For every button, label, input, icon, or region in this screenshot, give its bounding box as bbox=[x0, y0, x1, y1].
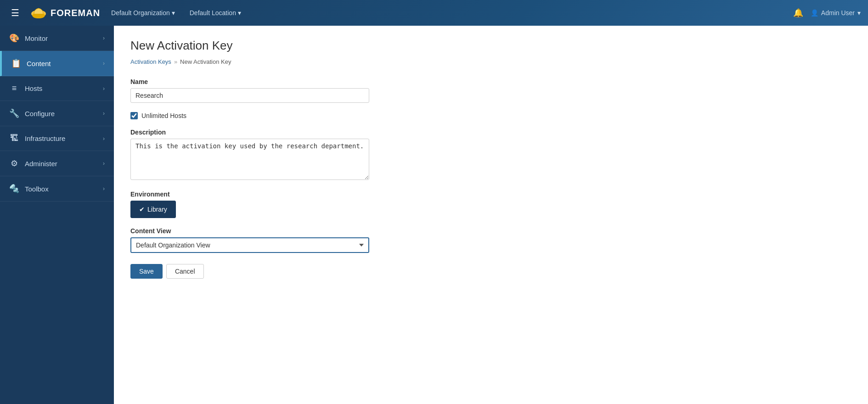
env-btn-library[interactable]: ✔ Library bbox=[130, 201, 176, 218]
topnav-right: 🔔 👤 Admin User ▾ bbox=[793, 8, 861, 18]
svg-rect-1 bbox=[33, 14, 44, 15]
unlimited-hosts-row: Unlimited Hosts bbox=[130, 112, 369, 119]
app-logo: FOREMAN bbox=[30, 5, 100, 21]
user-icon: 👤 bbox=[811, 9, 818, 17]
org-dropdown-icon: ▾ bbox=[172, 9, 175, 17]
user-dropdown-icon: ▾ bbox=[857, 9, 861, 17]
infrastructure-icon: 🏗 bbox=[9, 134, 19, 143]
page-title: New Activation Key bbox=[130, 39, 851, 53]
chevron-right-icon-hosts: › bbox=[103, 85, 105, 92]
content-view-label: Content View bbox=[130, 227, 369, 235]
sidebar-item-label-monitor: Monitor bbox=[25, 34, 97, 42]
cancel-button[interactable]: Cancel bbox=[166, 264, 204, 279]
sidebar-item-configure[interactable]: 🔧 Configure › bbox=[0, 101, 114, 126]
environment-label: Environment bbox=[130, 191, 369, 198]
chevron-right-icon-configure: › bbox=[103, 110, 105, 117]
app-name: FOREMAN bbox=[51, 8, 100, 18]
user-label: Admin User bbox=[821, 9, 855, 17]
org-selector[interactable]: Default Organization ▾ bbox=[107, 7, 179, 18]
breadcrumb-parent-link[interactable]: Activation Keys bbox=[130, 58, 171, 65]
toolbox-icon: 🔩 bbox=[9, 184, 19, 194]
monitor-icon: 🎨 bbox=[9, 33, 19, 43]
sidebar-item-hosts[interactable]: ≡ Hosts › bbox=[0, 76, 114, 101]
logo-helmet-icon bbox=[30, 5, 47, 21]
save-button[interactable]: Save bbox=[130, 264, 163, 279]
chevron-right-icon: › bbox=[103, 35, 105, 41]
environment-field-group: Environment ✔ Library bbox=[130, 191, 369, 218]
hamburger-menu[interactable]: ☰ bbox=[7, 6, 23, 20]
chevron-right-icon-infrastructure: › bbox=[103, 135, 105, 142]
content-view-field-group: Content View Default Organization View bbox=[130, 227, 369, 253]
loc-dropdown-icon: ▾ bbox=[238, 9, 241, 17]
sidebar-item-label-infrastructure: Infrastructure bbox=[25, 135, 97, 142]
name-label: Name bbox=[130, 78, 369, 85]
name-input[interactable] bbox=[130, 88, 369, 103]
chevron-right-icon-administer: › bbox=[103, 160, 105, 167]
breadcrumb-separator: » bbox=[174, 58, 177, 65]
activation-key-form: Name Unlimited Hosts Description Environ… bbox=[130, 78, 369, 279]
environment-options: ✔ Library bbox=[130, 201, 369, 218]
topnav: ☰ FOREMAN Default Organization ▾ Default… bbox=[0, 0, 868, 26]
unlimited-hosts-label[interactable]: Unlimited Hosts bbox=[141, 112, 186, 119]
administer-icon: ⚙ bbox=[9, 158, 19, 168]
description-label: Description bbox=[130, 129, 369, 136]
chevron-right-icon-content: › bbox=[103, 60, 105, 67]
sidebar-item-toolbox[interactable]: 🔩 Toolbox › bbox=[0, 176, 114, 202]
main-content: New Activation Key Activation Keys » New… bbox=[114, 26, 868, 404]
sidebar-item-label-administer: Administer bbox=[25, 160, 97, 168]
loc-selector[interactable]: Default Location ▾ bbox=[186, 7, 245, 18]
sidebar-item-label-content: Content bbox=[27, 60, 97, 67]
user-menu[interactable]: 👤 Admin User ▾ bbox=[811, 9, 861, 17]
hosts-icon: ≡ bbox=[9, 84, 19, 93]
sidebar-item-label-toolbox: Toolbox bbox=[25, 185, 97, 193]
content-view-select[interactable]: Default Organization View bbox=[130, 237, 369, 253]
loc-label: Default Location bbox=[190, 9, 236, 17]
breadcrumb-current: New Activation Key bbox=[180, 58, 231, 65]
org-label: Default Organization bbox=[111, 9, 170, 17]
sidebar-item-monitor[interactable]: 🎨 Monitor › bbox=[0, 26, 114, 51]
sidebar-item-administer[interactable]: ⚙ Administer › bbox=[0, 151, 114, 176]
configure-icon: 🔧 bbox=[9, 108, 19, 118]
sidebar-item-label-hosts: Hosts bbox=[25, 84, 97, 92]
sidebar: 🎨 Monitor › 📋 Content › ≡ Hosts › 🔧 Conf… bbox=[0, 26, 114, 404]
env-btn-label: Library bbox=[147, 206, 167, 213]
content-icon: 📋 bbox=[11, 58, 21, 68]
notifications-bell-icon[interactable]: 🔔 bbox=[793, 8, 803, 18]
sidebar-item-label-configure: Configure bbox=[25, 110, 97, 118]
main-layout: 🎨 Monitor › 📋 Content › ≡ Hosts › 🔧 Conf… bbox=[0, 26, 868, 404]
sidebar-item-infrastructure[interactable]: 🏗 Infrastructure › bbox=[0, 126, 114, 151]
sidebar-item-content[interactable]: 📋 Content › bbox=[0, 51, 114, 76]
name-field-group: Name bbox=[130, 78, 369, 103]
unlimited-hosts-checkbox[interactable] bbox=[130, 112, 138, 119]
description-textarea[interactable] bbox=[130, 139, 369, 180]
description-field-group: Description bbox=[130, 129, 369, 181]
chevron-right-icon-toolbox: › bbox=[103, 185, 105, 192]
form-actions: Save Cancel bbox=[130, 264, 369, 279]
breadcrumb: Activation Keys » New Activation Key bbox=[130, 58, 851, 65]
env-check-icon: ✔ bbox=[139, 206, 145, 213]
